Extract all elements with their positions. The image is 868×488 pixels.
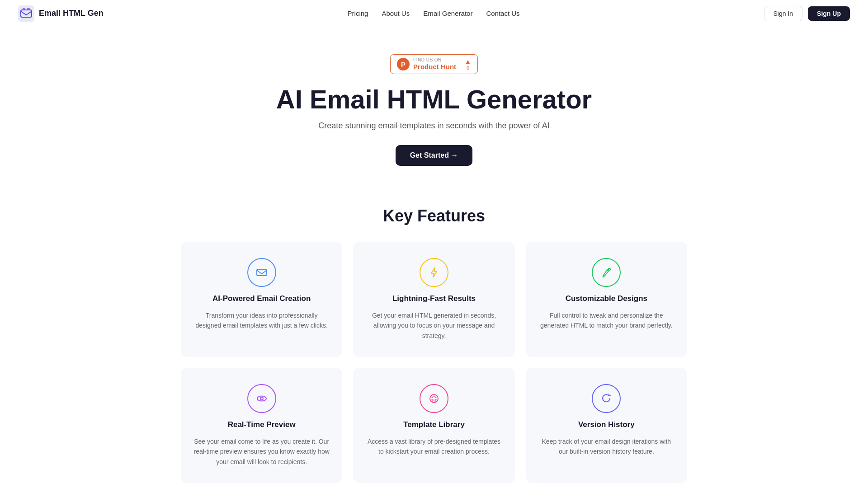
get-started-button[interactable]: Get Started → [396, 145, 473, 166]
lightning-icon [420, 258, 448, 287]
svg-point-12 [433, 395, 434, 397]
hero-title: AI Email HTML Generator [9, 85, 859, 114]
product-hunt-name: Product Hunt [413, 63, 456, 71]
feature-customizable-title: Customizable Designs [566, 294, 647, 303]
feature-version-title: Version History [578, 420, 635, 429]
upvote-arrow: ▲ [465, 58, 471, 65]
feature-card-version: Version History Keep track of your email… [526, 368, 687, 483]
upvote-count: 0 [467, 65, 469, 70]
feature-customizable-desc: Full control to tweak and personalize th… [538, 310, 675, 331]
svg-point-9 [260, 397, 263, 400]
hero-subtitle: Create stunning email templates in secon… [9, 121, 859, 131]
feature-template-desc: Access a vast library of pre-designed te… [366, 436, 502, 457]
brand-logo-icon [18, 5, 34, 22]
svg-point-7 [609, 268, 610, 270]
nav-actions: Sign In Sign Up [764, 6, 850, 21]
nav-links: Pricing About Us Email Generator Contact… [348, 9, 520, 18]
hero-section: P FIND US ON Product Hunt ▲ 0 AI Email H… [0, 27, 868, 184]
eye-icon [247, 384, 276, 413]
features-section: Key Features AI-Powered Email Creation T… [163, 184, 705, 488]
feature-card-realtime: Real-Time Preview See your email come to… [181, 368, 342, 483]
feature-realtime-desc: See your email come to life as you creat… [193, 436, 330, 467]
feature-ai-powered-title: AI-Powered Email Creation [212, 294, 311, 303]
feature-ai-powered-desc: Transform your ideas into professionally… [193, 310, 330, 331]
svg-point-11 [431, 396, 433, 398]
signin-button[interactable]: Sign In [764, 6, 803, 21]
feature-lightning-desc: Get your email HTML generated in seconds… [366, 310, 502, 341]
palette-icon [420, 384, 448, 413]
feature-lightning-title: Lightning-Fast Results [392, 294, 476, 303]
feature-template-title: Template Library [403, 420, 465, 429]
navbar: Email HTML Gen Pricing About Us Email Ge… [0, 0, 868, 27]
product-hunt-badge[interactable]: P FIND US ON Product Hunt ▲ 0 [390, 54, 478, 74]
feature-card-template: Template Library Access a vast library o… [353, 368, 514, 483]
mail-icon [247, 258, 276, 287]
feature-card-lightning: Lightning-Fast Results Get your email HT… [353, 242, 514, 357]
svg-rect-4 [257, 269, 267, 276]
features-grid: AI-Powered Email Creation Transform your… [181, 242, 687, 483]
feature-card-ai-powered: AI-Powered Email Creation Transform your… [181, 242, 342, 357]
product-hunt-find-label: FIND US ON [413, 57, 442, 63]
brush-icon [592, 258, 621, 287]
product-hunt-upvote: ▲ 0 [460, 58, 471, 70]
svg-marker-5 [431, 267, 437, 277]
refresh-icon [592, 384, 621, 413]
nav-pricing[interactable]: Pricing [348, 9, 368, 17]
feature-version-desc: Keep track of your email design iteratio… [538, 436, 675, 457]
product-hunt-text: FIND US ON Product Hunt [413, 57, 456, 71]
svg-rect-3 [27, 8, 30, 10]
svg-rect-2 [23, 8, 25, 10]
svg-point-13 [435, 396, 436, 398]
nav-contact[interactable]: Contact Us [486, 9, 519, 17]
brand-logo[interactable]: Email HTML Gen [18, 5, 104, 22]
features-title: Key Features [181, 206, 687, 225]
feature-realtime-title: Real-Time Preview [228, 420, 296, 429]
signup-button[interactable]: Sign Up [808, 6, 850, 21]
nav-about[interactable]: About Us [382, 9, 410, 17]
feature-card-customizable: Customizable Designs Full control to twe… [526, 242, 687, 357]
brand-name: Email HTML Gen [39, 9, 104, 18]
nav-email-generator[interactable]: Email Generator [423, 9, 472, 17]
product-hunt-icon: P [397, 58, 410, 70]
